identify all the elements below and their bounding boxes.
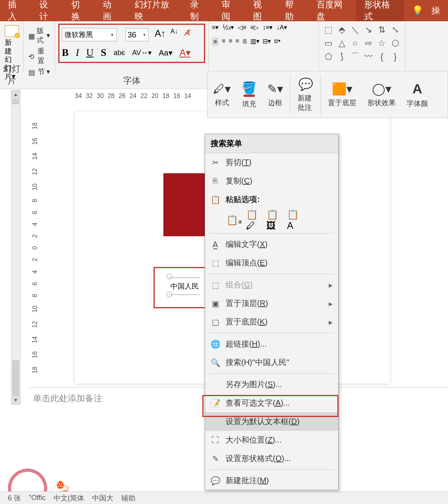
columns-button[interactable]: ▥▾ <box>250 37 259 46</box>
align-text-button[interactable]: ⊟▾ <box>263 37 271 46</box>
style-button[interactable]: 🖊▾ 样式 <box>207 71 236 118</box>
brace-r-icon[interactable]: } <box>389 50 402 63</box>
font-color-button2[interactable]: A 字体颜 <box>401 71 433 118</box>
shape-effect-button[interactable]: ◯▾ 形状效果 <box>362 71 401 118</box>
arrow-line-icon[interactable]: ↘ <box>362 24 375 36</box>
pentagon-icon[interactable]: ⬠ <box>322 50 335 63</box>
char-spacing-button[interactable]: AV↔▾ <box>132 48 152 57</box>
reset-icon: ⟲ <box>28 52 36 59</box>
scroll-up-icon[interactable]: ▲ <box>11 90 20 99</box>
edit-shape-icon[interactable]: ⬘ <box>335 24 348 36</box>
tab-help[interactable]: 帮助 <box>277 0 309 21</box>
text-direction-button[interactable]: ↓A▾ <box>276 24 287 31</box>
tab-more[interactable]: 操 <box>431 0 448 21</box>
textbox-shape-icon[interactable]: ⬚ <box>322 24 335 36</box>
arrow-shape-icon[interactable]: ⇨ <box>362 37 375 50</box>
line-icon[interactable]: ＼ <box>349 24 361 36</box>
font-name-select[interactable]: 微软雅黑▼ <box>62 28 117 41</box>
text-box[interactable]: 中国人民 <box>169 278 200 295</box>
scroll-thumb[interactable] <box>12 99 19 104</box>
menu-search[interactable]: 搜索菜单 <box>205 134 338 153</box>
tab-design[interactable]: 设计 <box>31 0 63 21</box>
red-rectangle-shape[interactable] <box>163 173 207 236</box>
paste-keep-source-icon[interactable]: 📋ₐ <box>226 212 242 228</box>
menu-hyperlink[interactable]: 🌐 超链接(H)... <box>205 335 338 353</box>
menu-format-shape[interactable]: ✎ 设置形状格式(O)... <box>205 449 338 468</box>
line-spacing-button[interactable]: ↕≡▾ <box>263 24 272 31</box>
indent-inc-button[interactable]: ≡▷ <box>250 24 259 31</box>
circle-icon[interactable]: ○ <box>349 37 361 50</box>
paste-text-icon[interactable]: 📋A <box>287 212 304 228</box>
tab-slideshow[interactable]: 幻灯片放映 <box>127 0 182 21</box>
menu-bring-front[interactable]: ▣ 置于顶层(R) ▸ <box>205 294 338 313</box>
font-size-select[interactable]: 36▼ <box>126 28 148 41</box>
tab-review[interactable]: 审阅 <box>214 0 245 21</box>
tab-insert[interactable]: 插入 <box>0 0 31 21</box>
curve-icon[interactable]: ⟆ <box>335 50 348 63</box>
clear-format-button[interactable]: A̸ <box>184 28 190 41</box>
menu-send-back[interactable]: ▢ 置于底层(K) ▸ <box>205 313 338 331</box>
change-case-button[interactable]: Aa▾ <box>159 48 172 57</box>
new-comment-button[interactable]: 💬 新建批注 <box>292 71 319 118</box>
star-icon[interactable]: ☆ <box>376 37 388 50</box>
menu-search-text[interactable]: 🔍 搜索(H)"中国人民" <box>205 353 338 372</box>
numbering-button[interactable]: ⅟₂₃▾ <box>222 24 234 31</box>
tab-animation[interactable]: 动画 <box>95 0 126 21</box>
layout-button[interactable]: ▦ 版式▾ <box>27 25 52 46</box>
menu-save-as-pic[interactable]: 另存为图片(S)... <box>205 375 338 394</box>
scroll-thumb-bottom[interactable] <box>12 360 19 396</box>
rect-icon[interactable]: ▭ <box>322 37 335 50</box>
align-right-button[interactable]: ≡ <box>229 37 232 46</box>
align-center-button[interactable]: ≡ <box>222 37 225 46</box>
paste-merge-icon[interactable]: 📋🖊 <box>246 212 263 228</box>
hex-icon[interactable]: ⬡ <box>389 37 402 50</box>
tab-shape-format[interactable]: 形状格式 <box>356 0 404 21</box>
thumbnail-scrollbar[interactable]: ▲ ▼ <box>11 90 20 405</box>
reset-button[interactable]: ⟲ 重置 <box>27 46 52 66</box>
strike-button[interactable]: S <box>101 47 106 59</box>
border-button[interactable]: ✎▾ 边框 <box>262 71 289 118</box>
menu-cut[interactable]: ✂ 剪切(T) <box>205 153 338 172</box>
fill-button[interactable]: 🪣 填充 <box>236 71 262 118</box>
tell-me-icon[interactable]: 💡 <box>404 0 431 21</box>
shrink-font-button[interactable]: A↓ <box>170 28 178 41</box>
smartart-button[interactable]: ⧈▾ <box>274 37 281 46</box>
section-button[interactable]: ▤ 节▾ <box>27 66 52 77</box>
strikethrough-button[interactable]: abє <box>113 49 125 57</box>
menu-size-position[interactable]: ⛶ 大小和位置(Z)... <box>205 431 338 449</box>
send-back-button[interactable]: 🟧▾ 置于底层 <box>322 71 362 118</box>
paragraph-group: ≡▾ ⅟₂₃▾ ◁≡ ≡▷ ↕≡▾ ↓A▾ ≡ ≡ ≡ ≡ ≣ ▥▾ ⊟▾ ⧈▾ <box>209 21 319 72</box>
bold-button[interactable]: B <box>62 47 68 59</box>
menu-new-comment[interactable]: 💬 新建批注(M) <box>205 471 338 490</box>
tab-bar: 插入 设计 切换 动画 幻灯片放映 录制 审阅 视图 帮助 百度网盘 形状格式 … <box>0 0 448 21</box>
triangle-icon[interactable]: △ <box>335 37 348 50</box>
textbox-highlight: 中国人民 <box>154 267 209 308</box>
menu-edit-text[interactable]: A̲ 编辑文字(X) <box>205 235 338 254</box>
underline-button[interactable]: U <box>86 47 94 59</box>
tab-record[interactable]: 录制 <box>182 0 214 21</box>
grow-font-button[interactable]: A↑ <box>155 28 166 41</box>
tab-baidu[interactable]: 百度网盘 <box>309 0 356 21</box>
indent-dec-button[interactable]: ◁≡ <box>238 24 246 31</box>
menu-edit-points[interactable]: ⬚ 编辑顶点(E) <box>205 254 338 272</box>
italic-button[interactable]: I <box>76 47 79 59</box>
tab-view[interactable]: 视图 <box>245 0 277 21</box>
distribute-button[interactable]: ≣ <box>242 37 247 46</box>
wave-icon[interactable]: 〰 <box>362 50 375 63</box>
font-color-button[interactable]: A▾ <box>180 47 191 58</box>
double-line-icon[interactable]: ⇅ <box>376 24 388 36</box>
connector-icon[interactable]: ⤡ <box>389 24 402 36</box>
paste-picture-icon[interactable]: 📋🖼 <box>267 212 283 228</box>
bullets-button[interactable]: ≡▾ <box>212 24 218 31</box>
align-left-button[interactable]: ≡ <box>212 37 218 46</box>
brace-l-icon[interactable]: { <box>376 50 388 63</box>
scroll-down-icon[interactable]: ▼ <box>11 396 20 404</box>
menu-set-default-textbox[interactable]: 设置为默认文本框(D) <box>205 412 338 431</box>
align-justify-button[interactable]: ≡ <box>235 37 239 46</box>
format-icon: ✎ <box>211 454 220 463</box>
group-icon: ⬚ <box>211 280 220 290</box>
tab-transition[interactable]: 切换 <box>63 0 95 21</box>
menu-alt-text[interactable]: 📝 查看可选文字(A)... <box>205 394 338 412</box>
menu-copy[interactable]: ⎘ 复制(C) <box>205 172 338 190</box>
arc-icon[interactable]: ⌒ <box>349 50 361 63</box>
